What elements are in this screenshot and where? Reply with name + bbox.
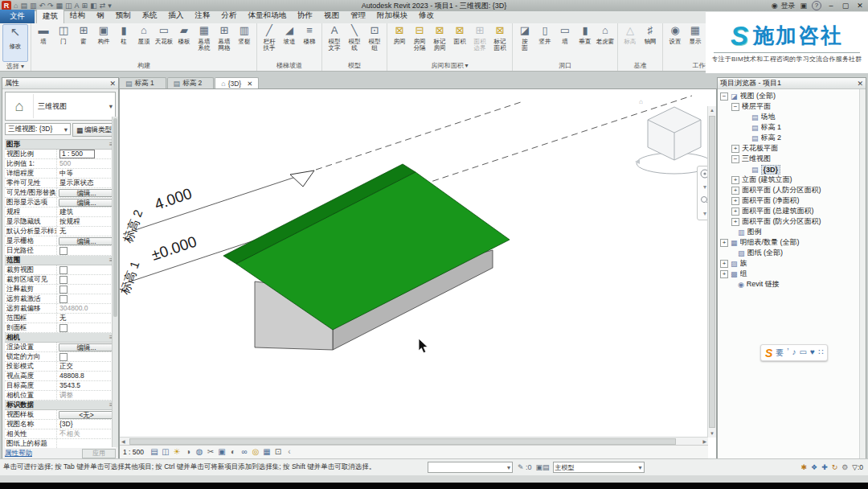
property-value[interactable]: 编辑... xyxy=(57,236,116,245)
tree-item-label[interactable]: 视图 (全部) xyxy=(740,91,776,101)
ime-icon[interactable]: 要 xyxy=(776,347,784,359)
apply-button[interactable]: 应用 xyxy=(82,449,116,458)
tree-item-label[interactable]: 立面 (建筑立面) xyxy=(742,175,792,185)
ribbon-button[interactable]: ╱栏杆 扶手 xyxy=(260,24,279,52)
ime-icon[interactable]: ▭ xyxy=(800,347,807,359)
tree-expander-icon[interactable]: + xyxy=(731,145,739,153)
ribbon-button[interactable]: ⊡模型 组 xyxy=(365,24,384,52)
filter-count[interactable]: ▽:0 xyxy=(852,463,863,471)
property-row[interactable]: 注释裁剪 xyxy=(5,285,116,294)
project-browser-close-icon[interactable]: ✕ xyxy=(857,80,863,88)
property-row[interactable]: 规程 建筑 xyxy=(5,208,116,217)
property-row[interactable]: 比例值 1: 500 xyxy=(5,159,116,169)
property-row[interactable]: 视图名称 {3D} xyxy=(5,420,116,429)
scroll-down-icon[interactable]: ▼ xyxy=(708,429,716,438)
view-control-icon[interactable]: ⊡ xyxy=(273,447,283,457)
ribbon-tab[interactable]: 钢 xyxy=(91,9,110,23)
view-tab[interactable]: ▤ 标高 2 xyxy=(167,77,215,88)
tree-item-label[interactable]: 面积平面 (总建筑面积) xyxy=(742,206,814,216)
ribbon-button[interactable]: ▦显示 xyxy=(686,24,705,45)
ribbon-tab[interactable]: 预制 xyxy=(110,9,137,23)
property-row[interactable]: 远剪裁偏移 304800.0 xyxy=(5,304,116,314)
tree-item[interactable]: + ▨ 族 xyxy=(718,258,866,269)
tree-item-label[interactable]: 标高 1 xyxy=(761,122,782,133)
property-row[interactable]: 详细程度 中等 xyxy=(5,169,116,179)
checkbox[interactable] xyxy=(59,247,68,255)
user-icon[interactable]: ◉ 登录 xyxy=(772,1,796,11)
property-value[interactable] xyxy=(57,294,116,303)
property-row[interactable]: 相机位置 调整 xyxy=(5,391,116,401)
checkbox[interactable] xyxy=(59,295,68,303)
property-row[interactable]: 图纸上的标题 xyxy=(5,439,116,448)
view-control-icon[interactable]: ◎ xyxy=(251,447,260,457)
ribbon-button[interactable]: ▭天花板 xyxy=(154,24,174,45)
ribbon-button[interactable]: ▯竖井 xyxy=(535,24,555,45)
properties-help-link[interactable]: 属性帮助 xyxy=(5,449,32,458)
editing-requests-indicator[interactable]: ✎ :0 xyxy=(518,463,532,471)
tree-item-label[interactable]: 三维视图 xyxy=(742,154,771,164)
property-value[interactable]: 编辑... xyxy=(57,343,116,351)
ribbon-button[interactable]: ⊠标记 面积 xyxy=(490,24,510,52)
selection-toggle-icon[interactable]: ❖ xyxy=(811,463,817,471)
scrollbar-thumb[interactable] xyxy=(709,116,715,428)
tree-item[interactable]: + ▩ 组 xyxy=(718,269,866,279)
property-row[interactable]: 裁剪视图 xyxy=(5,265,116,275)
property-value[interactable]: 编辑... xyxy=(57,198,116,207)
ribbon-tab[interactable]: 修改 xyxy=(413,9,440,23)
property-value[interactable]: 按规程 xyxy=(57,217,116,226)
ribbon-button[interactable]: ◫门 xyxy=(54,24,73,45)
property-value[interactable]: 编辑... xyxy=(57,188,116,197)
property-row[interactable]: 显示栅格 编辑... xyxy=(5,236,116,246)
view-tab-close-icon[interactable]: ✕ xyxy=(247,80,252,88)
chevron-down-icon[interactable]: ▾ xyxy=(703,183,706,191)
edit-type-button[interactable]: ▦编辑类型 xyxy=(72,123,116,137)
tree-item-label[interactable]: 楼层平面 xyxy=(742,101,771,112)
property-value[interactable]: 304800.0 xyxy=(57,304,116,313)
ribbon-button[interactable]: ⊠房间 xyxy=(390,24,409,45)
ribbon-tab[interactable]: 视图 xyxy=(318,9,345,23)
tree-item[interactable]: + 面积平面 (总建筑面积) xyxy=(718,206,866,216)
ribbon-button[interactable]: ▣构件 xyxy=(94,24,113,45)
ribbon-button[interactable]: ▥竖梃 xyxy=(235,24,254,45)
tree-expander-icon[interactable]: − xyxy=(731,103,739,111)
tree-item[interactable]: + 面积平面 (防火分区面积) xyxy=(718,216,866,227)
property-value[interactable]: 建筑 xyxy=(57,208,116,216)
ribbon-button[interactable]: ↖修改 xyxy=(2,24,28,62)
ribbon-button[interactable]: ▦幕墙 系统 xyxy=(194,24,214,52)
ribbon-button[interactable]: ⌂屋顶 xyxy=(134,24,154,45)
ribbon-tab[interactable]: 系统 xyxy=(137,9,163,23)
view-control-icon[interactable]: ▤ xyxy=(149,447,159,457)
property-row[interactable]: 范围框 无 xyxy=(5,314,116,323)
ribbon-button[interactable]: ⊞面积 边界 xyxy=(470,24,489,52)
tree-expander-icon[interactable]: + xyxy=(731,197,739,205)
selection-toggle-icon[interactable]: ✱ xyxy=(801,463,808,471)
tree-item[interactable]: ▤ 场地 xyxy=(718,112,866,122)
tree-item[interactable]: − ◪ 视图 (全部) xyxy=(718,91,866,101)
ime-icon[interactable]: ♪ xyxy=(792,347,796,359)
store-icon[interactable]: ▣ xyxy=(800,2,807,10)
tree-expander-icon[interactable] xyxy=(743,135,749,142)
tab-file[interactable]: 文件 xyxy=(0,10,35,23)
ribbon-tab[interactable]: 附加模块 xyxy=(371,9,413,23)
property-value[interactable]: 正交 xyxy=(57,362,116,371)
ribbon-button[interactable]: ▬墙 xyxy=(34,24,53,45)
property-row[interactable]: 渲染设置 编辑... xyxy=(5,343,116,352)
panel-label[interactable]: 房间和面积 ▾ xyxy=(390,61,510,71)
tree-item[interactable]: ▧ 图纸 (全部) xyxy=(718,248,866,258)
ribbon-tab[interactable]: 协作 xyxy=(292,9,318,23)
tree-expander-icon[interactable] xyxy=(729,250,735,257)
ribbon-button[interactable]: ⌂老虎窗 xyxy=(596,24,615,45)
tree-item-label[interactable]: 族 xyxy=(740,258,747,269)
tree-expander-icon[interactable]: − xyxy=(720,92,728,101)
view-control-icon[interactable]: ∞ xyxy=(240,447,249,457)
drawing-area[interactable]: 4.000 ±0.000 标高 2 标高 1 xyxy=(119,88,717,459)
help-icon[interactable]: ? xyxy=(812,1,821,10)
tree-item-label[interactable]: 组 xyxy=(740,269,747,279)
ribbon-button[interactable]: ◪按 面 xyxy=(515,24,534,52)
property-value[interactable]: 中等 xyxy=(57,169,116,178)
tree-item[interactable]: ▤ 标高 1 xyxy=(718,122,866,133)
property-value[interactable]: 48808.8 xyxy=(57,372,116,380)
design-options-dropdown[interactable]: ▾ xyxy=(428,462,513,473)
property-value[interactable] xyxy=(57,352,116,361)
tree-item-label[interactable]: 面积平面 (净面积) xyxy=(742,195,800,206)
